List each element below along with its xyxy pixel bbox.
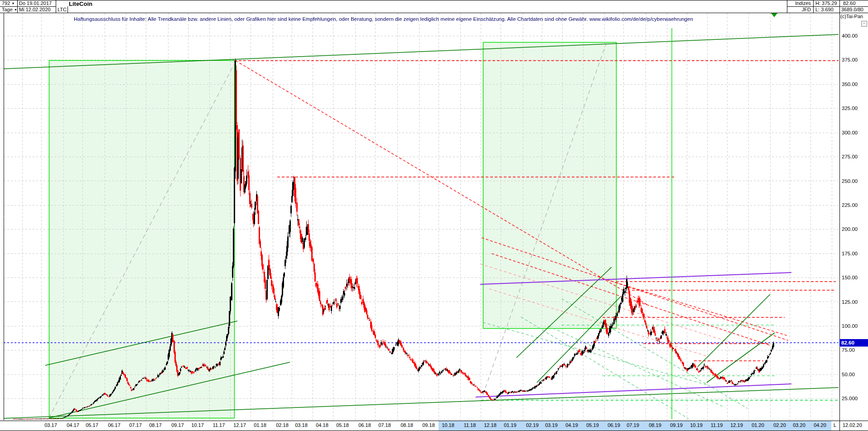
date-axis-label: 04.17 [67, 422, 79, 428]
date-axis-label: 01.19 [504, 422, 516, 428]
period-value: Tage [2, 7, 13, 12]
bars-count-dropdown[interactable]: 792 ▼ [2, 0, 14, 6]
price-axis-label: 175.00 [842, 251, 858, 256]
header-vsep-1 [17, 0, 18, 13]
date-axis-label: 05.19 [586, 422, 599, 428]
date-axis-label: 12.18 [484, 422, 497, 428]
date-axis-label: 09.17 [171, 422, 184, 428]
period-dropdown[interactable]: Tage ▼ [2, 7, 17, 13]
date-axis-label: 07.18 [378, 422, 391, 428]
feed-label: JFD [796, 7, 811, 13]
date-axis-label: 02.20 [773, 422, 786, 428]
date-axis-label: 11.17 [213, 422, 225, 428]
indizes-label[interactable]: Indizes [788, 0, 811, 6]
date-axis-label: 02.18 [276, 422, 289, 428]
date-axis-label: 09.19 [670, 422, 683, 428]
date-axis-label: 11.18 [464, 422, 476, 428]
symbol-cell: LTC [58, 7, 67, 13]
date-axis-label: 08.18 [400, 422, 413, 428]
header-bottom-border [0, 13, 868, 13]
date-axis-label: 09.18 [422, 422, 435, 428]
date-axis-label: 03.20 [793, 422, 805, 428]
date-axis-label: 05.18 [336, 422, 349, 428]
price-axis-label: 200.00 [842, 226, 858, 232]
date-axis-label: 05.17 [86, 422, 98, 428]
chevron-down-icon: ▼ [11, 2, 14, 5]
disclaimer-text: Haftungsausschluss für Inhalte: Alle Tre… [74, 16, 708, 22]
header-vsep-5 [813, 0, 814, 13]
price-axis-label: 225.00 [842, 202, 858, 208]
header-row-divider-left [0, 6, 56, 7]
cursor-date: 12.02.20 [843, 422, 862, 428]
date-from-cell[interactable]: Do 19.01.2017 [19, 0, 52, 6]
date-axis-label: 01.20 [752, 422, 764, 428]
last-price-header: 82.60 [843, 0, 856, 6]
price-axis-label: 350.00 [842, 81, 858, 87]
date-axis-label: 04.19 [565, 422, 578, 428]
date-axis-label: 03.17 [44, 422, 57, 428]
period-high: H: 375.29 [815, 0, 837, 6]
price-axis-label: 100.00 [842, 323, 858, 329]
date-axis-label: 08.19 [649, 422, 661, 428]
price-axis-label: 50.00 [842, 372, 855, 377]
date-axis-label: 03.18 [295, 422, 308, 428]
chevron-down-icon: ▼ [14, 8, 17, 11]
date-axis-label: 10.18 [442, 422, 454, 428]
date-axis-label: 06.17 [108, 422, 121, 428]
collapse-icon[interactable]: − [861, 21, 867, 27]
last-price-badge: 82.60 [839, 339, 868, 347]
date-axis-label: 02.19 [526, 422, 539, 428]
date-axis-label: 10.19 [690, 422, 703, 428]
date-axis[interactable]: L 12.02.20 03.1704.1705.1706.1707.1708.1… [0, 421, 868, 431]
price-axis-label: 250.00 [842, 178, 858, 184]
price-axis-label: 125.00 [842, 299, 858, 305]
header-vsep-2 [56, 0, 56, 13]
cursor-label: L [834, 422, 836, 428]
bars-count-value: 792 [2, 0, 10, 6]
chart-canvas[interactable] [0, 0, 868, 431]
header-vsep-3 [68, 6, 68, 13]
date-axis-label: 03.19 [545, 422, 558, 428]
period-low: L: 3.690 [815, 7, 834, 13]
price-axis-label: 400.00 [842, 33, 858, 38]
date-axis-separator [839, 421, 840, 431]
date-axis-label: 10.17 [191, 422, 204, 428]
price-axis-label: 75.00 [842, 347, 855, 353]
tai-pan-chart-window: 792 ▼ Do 19.01.2017 Tage ▼ Mi 12.02.2020… [0, 0, 868, 431]
last-bar-marker-icon [771, 13, 777, 17]
price-axis-label: 150.00 [842, 275, 858, 280]
date-axis-label: 07.17 [129, 422, 142, 428]
date-axis-label: 01.18 [254, 422, 266, 428]
page-title: LiteCoin [69, 1, 92, 7]
date-axis-label: 11.19 [711, 422, 723, 428]
date-axis-label: 12.19 [730, 422, 743, 428]
price-axis-label: 300.00 [842, 130, 858, 135]
copyright-label: (c)Tai-Pan [840, 14, 863, 19]
header-vsep-4 [787, 0, 787, 13]
price-axis-label: 275.00 [842, 154, 858, 159]
price-axis-label: 375.00 [842, 57, 858, 62]
price-axis-label: 25.000 [842, 396, 858, 401]
date-axis-label: 06.18 [358, 422, 371, 428]
date-axis-label: 04.20 [814, 422, 826, 428]
date-axis-label: 06.19 [608, 422, 620, 428]
price-axis-label: 325.00 [842, 105, 858, 111]
header-top-border [0, 0, 868, 0]
date-axis-label: 12.17 [233, 422, 246, 428]
date-to-cell[interactable]: Mi 12.02.2020 [19, 7, 51, 13]
date-axis-label: 08.17 [149, 422, 162, 428]
header-row-divider-right [787, 6, 868, 7]
date-axis-label: 04.18 [316, 422, 328, 428]
date-axis-label: 07.19 [627, 422, 639, 428]
volume-label: 3689.0/80 [841, 7, 863, 13]
header-vsep-6 [839, 0, 840, 13]
